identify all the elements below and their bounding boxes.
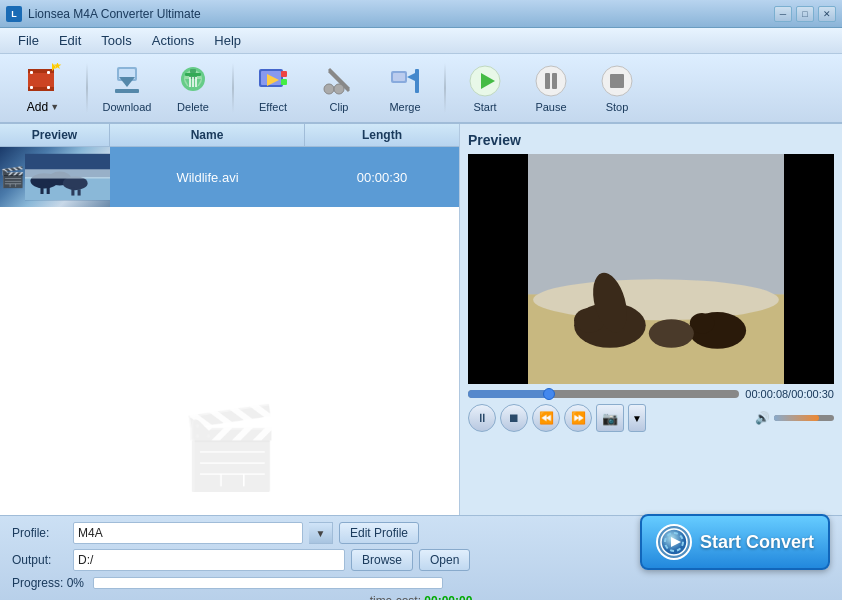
svg-rect-44 bbox=[40, 185, 43, 194]
svg-rect-23 bbox=[281, 71, 287, 77]
close-button[interactable]: ✕ bbox=[818, 6, 836, 22]
svg-rect-6 bbox=[47, 86, 50, 89]
stop-label: Stop bbox=[606, 101, 629, 113]
clip-label: Clip bbox=[330, 101, 349, 113]
progress-label: Progress: 0% bbox=[12, 576, 87, 590]
menu-help[interactable]: Help bbox=[204, 31, 251, 50]
download-icon bbox=[109, 63, 145, 99]
svg-rect-49 bbox=[25, 169, 110, 178]
svg-rect-4 bbox=[47, 71, 50, 74]
stop-icon bbox=[599, 63, 635, 99]
time-cost-value: 00:00:00 bbox=[424, 594, 472, 600]
player-controls: ⏸ ⏹ ⏪ ⏩ 📷 ▼ 🔊 bbox=[468, 404, 834, 432]
menu-actions[interactable]: Actions bbox=[142, 31, 205, 50]
play-pause-button[interactable]: ⏸ bbox=[468, 404, 496, 432]
time-display: 00:00:08/00:00:30 bbox=[745, 388, 834, 400]
start-button[interactable]: Start bbox=[454, 58, 516, 118]
svg-rect-45 bbox=[47, 186, 50, 194]
file-list-header: Preview Name Length bbox=[0, 124, 459, 147]
maximize-button[interactable]: □ bbox=[796, 6, 814, 22]
profile-input[interactable] bbox=[73, 522, 303, 544]
svg-rect-30 bbox=[393, 73, 405, 81]
video-black-right bbox=[784, 154, 834, 384]
snapshot-button[interactable]: 📷 bbox=[596, 404, 624, 432]
download-button[interactable]: Download bbox=[96, 58, 158, 118]
svg-point-58 bbox=[649, 319, 694, 348]
svg-point-26 bbox=[324, 84, 334, 94]
open-button[interactable]: Open bbox=[419, 549, 470, 571]
file-length: 00:00:30 bbox=[305, 170, 459, 185]
stop-button[interactable]: Stop bbox=[586, 58, 648, 118]
svg-marker-31 bbox=[407, 73, 415, 81]
separator-1 bbox=[86, 63, 88, 113]
watermark: 🎬 bbox=[180, 401, 280, 495]
thumbnail-image bbox=[0, 147, 110, 207]
merge-label: Merge bbox=[389, 101, 420, 113]
seek-bar[interactable] bbox=[468, 390, 739, 398]
add-icon: ★ bbox=[24, 63, 62, 100]
forward-button[interactable]: ⏩ bbox=[564, 404, 592, 432]
file-panel: Preview Name Length bbox=[0, 124, 460, 515]
svg-rect-24 bbox=[281, 79, 287, 85]
svg-rect-32 bbox=[415, 69, 419, 93]
snapshot-dropdown[interactable]: ▼ bbox=[628, 404, 646, 432]
profile-dropdown[interactable]: ▼ bbox=[309, 522, 333, 544]
app-icon: L bbox=[6, 6, 22, 22]
stop-player-button[interactable]: ⏹ bbox=[500, 404, 528, 432]
menu-file[interactable]: File bbox=[8, 31, 49, 50]
svg-rect-15 bbox=[185, 73, 201, 76]
effect-icon bbox=[255, 63, 291, 99]
svg-rect-47 bbox=[71, 188, 74, 196]
clip-icon bbox=[321, 63, 357, 99]
volume-fill bbox=[774, 415, 819, 421]
svg-marker-11 bbox=[119, 77, 135, 87]
svg-rect-50 bbox=[528, 154, 784, 295]
separator-3 bbox=[444, 63, 446, 113]
rewind-button[interactable]: ⏪ bbox=[532, 404, 560, 432]
browse-button[interactable]: Browse bbox=[351, 549, 413, 571]
time-cost: time cost: 00:00:00 bbox=[12, 594, 830, 600]
svg-rect-37 bbox=[552, 73, 557, 89]
svg-point-52 bbox=[533, 279, 779, 320]
table-row[interactable]: Wildlife.avi 00:00:30 bbox=[0, 147, 459, 207]
title-bar: L Lionsea M4A Converter Ultimate ─ □ ✕ bbox=[0, 0, 842, 28]
menu-edit[interactable]: Edit bbox=[49, 31, 91, 50]
svg-rect-12 bbox=[115, 89, 139, 93]
delete-button[interactable]: Delete bbox=[162, 58, 224, 118]
effect-button[interactable]: Effect bbox=[242, 58, 304, 118]
svg-rect-36 bbox=[545, 73, 550, 89]
file-thumbnail bbox=[0, 147, 110, 207]
delete-label: Delete bbox=[177, 101, 209, 113]
seek-thumb[interactable] bbox=[543, 388, 555, 400]
pause-button[interactable]: Pause bbox=[520, 58, 582, 118]
menu-tools[interactable]: Tools bbox=[91, 31, 141, 50]
merge-button[interactable]: Merge bbox=[374, 58, 436, 118]
minimize-button[interactable]: ─ bbox=[774, 6, 792, 22]
edit-profile-button[interactable]: Edit Profile bbox=[339, 522, 419, 544]
start-icon bbox=[467, 63, 503, 99]
col-header-name: Name bbox=[110, 124, 305, 146]
effect-label: Effect bbox=[259, 101, 287, 113]
preview-label: Preview bbox=[468, 132, 834, 148]
seek-fill bbox=[468, 390, 549, 398]
add-button[interactable]: ★ Add ▼ bbox=[8, 58, 78, 118]
volume-bar[interactable] bbox=[774, 415, 834, 421]
video-content bbox=[468, 154, 834, 384]
svg-point-57 bbox=[690, 313, 715, 333]
bottom-wrapper: Profile: ▼ Edit Profile Output: Browse O… bbox=[0, 515, 842, 600]
svg-rect-39 bbox=[610, 74, 624, 88]
video-preview bbox=[468, 154, 834, 384]
video-center bbox=[528, 154, 784, 384]
file-name: Wildlife.avi bbox=[110, 170, 305, 185]
add-label: Add bbox=[27, 100, 48, 114]
clip-button[interactable]: Clip bbox=[308, 58, 370, 118]
video-black-left bbox=[468, 154, 528, 384]
main-content: Preview Name Length bbox=[0, 124, 842, 515]
merge-icon bbox=[387, 63, 423, 99]
start-convert-button[interactable]: Start Convert bbox=[640, 514, 830, 570]
separator-2 bbox=[232, 63, 234, 113]
add-dropdown-arrow: ▼ bbox=[50, 102, 59, 112]
output-input[interactable] bbox=[73, 549, 345, 571]
app-title: Lionsea M4A Converter Ultimate bbox=[28, 7, 774, 21]
progress-row: Progress: 0% bbox=[12, 576, 830, 590]
